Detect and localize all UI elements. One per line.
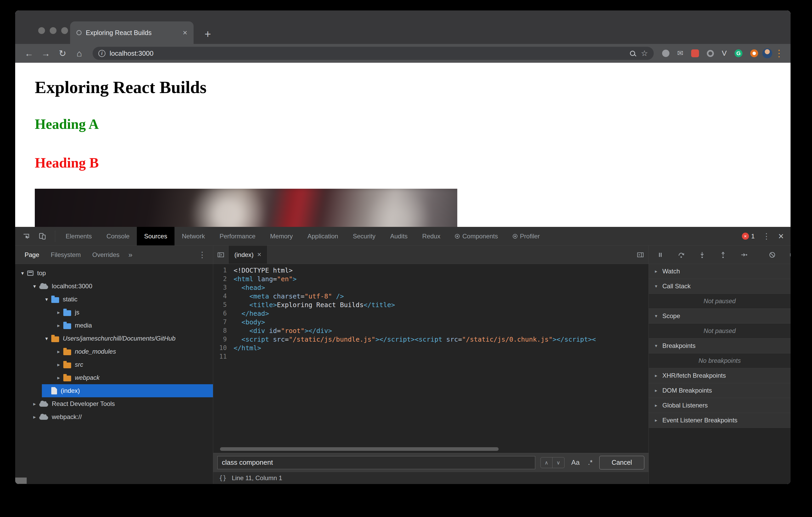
- expand-arrow-icon[interactable]: ▸: [54, 309, 63, 315]
- device-toolbar-icon[interactable]: [36, 230, 49, 243]
- close-window-button[interactable]: [38, 27, 45, 34]
- devtools-tab-components[interactable]: Components: [447, 227, 505, 245]
- toggle-debugger-icon[interactable]: [632, 246, 648, 264]
- expand-arrow-icon[interactable]: ▸: [54, 348, 63, 355]
- collapse-arrow-icon[interactable]: ▾: [42, 296, 51, 302]
- new-tab-button[interactable]: +: [205, 29, 211, 40]
- zoom-icon[interactable]: [630, 51, 635, 56]
- expand-arrow-icon[interactable]: ▸: [54, 374, 63, 381]
- tab-close-icon[interactable]: ×: [182, 29, 187, 37]
- extension-ring-icon[interactable]: [707, 50, 714, 57]
- collapse-arrow-icon[interactable]: ▾: [30, 283, 39, 290]
- line-number[interactable]: 8: [213, 327, 234, 335]
- devtools-tab-memory[interactable]: Memory: [263, 227, 300, 245]
- bookmark-star-icon[interactable]: ☆: [641, 50, 648, 57]
- section-call-stack[interactable]: ▾Call Stack: [649, 279, 790, 294]
- navigator-tab-overrides[interactable]: Overrides: [87, 246, 125, 264]
- back-icon[interactable]: ←: [22, 49, 37, 58]
- devtools-tab-network[interactable]: Network: [174, 227, 212, 245]
- line-number[interactable]: 10: [213, 344, 234, 352]
- section-event-listener-breakpoints[interactable]: ▸Event Listener Breakpoints: [649, 413, 790, 428]
- devtools-tab-audits[interactable]: Audits: [383, 227, 415, 245]
- section-scope[interactable]: ▾Scope: [649, 309, 790, 324]
- tree-item-static[interactable]: ▾static: [15, 293, 213, 306]
- line-number[interactable]: 11: [213, 352, 234, 361]
- format-braces-icon[interactable]: {}: [219, 475, 227, 482]
- toggle-navigator-icon[interactable]: [213, 246, 228, 264]
- resume-pause-button[interactable]: [654, 248, 667, 262]
- line-number[interactable]: 6: [213, 309, 234, 318]
- tree-item-users-jameschurchill-documents-github[interactable]: ▾Users/jameschurchill/Documents/GitHub: [15, 332, 213, 345]
- browser-tab[interactable]: Exploring React Builds ×: [70, 22, 194, 44]
- mail-icon[interactable]: ✉: [677, 50, 683, 57]
- step-button[interactable]: [737, 248, 751, 262]
- devtools-tab-application[interactable]: Application: [300, 227, 345, 245]
- devtools-tab-redux[interactable]: Redux: [415, 227, 447, 245]
- grammarly-icon[interactable]: G: [734, 50, 743, 57]
- editor-tab-close-icon[interactable]: ×: [257, 251, 261, 258]
- devtools-menu-icon[interactable]: ⋮: [762, 232, 771, 240]
- forward-icon[interactable]: →: [38, 49, 53, 58]
- error-badge[interactable]: × 1: [742, 233, 755, 240]
- regex-button[interactable]: .*: [586, 458, 594, 467]
- code-editor[interactable]: 1<!DOCTYPE html>2<html lang="en">3 <head…: [213, 264, 648, 453]
- line-number[interactable]: 3: [213, 283, 234, 292]
- tree-scrollbar-thumb[interactable]: [15, 478, 27, 484]
- line-number[interactable]: 2: [213, 275, 234, 283]
- tree-item-js[interactable]: ▸js: [15, 306, 213, 319]
- home-icon[interactable]: ⌂: [72, 49, 87, 58]
- editor-tab-index[interactable]: (index) ×: [228, 246, 267, 264]
- next-match-icon[interactable]: ∨: [552, 457, 564, 468]
- section-xhr-fetch-breakpoints[interactable]: ▸XHR/fetch Breakpoints: [649, 368, 790, 383]
- cancel-button[interactable]: Cancel: [599, 456, 644, 469]
- devtools-tab-console[interactable]: Console: [99, 227, 137, 245]
- tree-item-webpack[interactable]: ▸webpack: [15, 371, 213, 384]
- browser-menu-icon[interactable]: ⋮: [774, 49, 784, 58]
- devtools-tab-security[interactable]: Security: [346, 227, 383, 245]
- expand-arrow-icon[interactable]: ▸: [54, 322, 63, 329]
- step-out-button[interactable]: [716, 248, 730, 262]
- deactivate-breakpoints-button[interactable]: [765, 248, 779, 262]
- match-case-button[interactable]: Aa: [570, 458, 581, 467]
- devtools-tab-performance[interactable]: Performance: [212, 227, 263, 245]
- navigator-menu-icon[interactable]: ⋮: [198, 251, 209, 259]
- step-into-button[interactable]: [695, 248, 709, 262]
- devtools-tab-profiler[interactable]: Profiler: [505, 227, 547, 245]
- step-over-button[interactable]: [674, 248, 688, 262]
- tree-item-src[interactable]: ▸src: [15, 358, 213, 371]
- tree-item-localhost-3000[interactable]: ▾localhost:3000: [15, 280, 213, 293]
- expand-arrow-icon[interactable]: ▸: [30, 414, 39, 420]
- section-watch[interactable]: ▸Watch: [649, 264, 790, 279]
- url-bar[interactable]: i localhost:3000 ☆: [93, 47, 654, 60]
- line-number[interactable]: 7: [213, 318, 234, 327]
- inspect-element-icon[interactable]: [19, 230, 33, 243]
- zoom-window-button[interactable]: [61, 27, 68, 34]
- section-dom-breakpoints[interactable]: ▸DOM Breakpoints: [649, 383, 790, 398]
- collapse-arrow-icon[interactable]: ▾: [42, 335, 51, 342]
- site-info-icon[interactable]: i: [98, 50, 106, 57]
- line-number[interactable]: 9: [213, 335, 234, 344]
- more-tabs-icon[interactable]: »: [125, 251, 136, 259]
- section-breakpoints[interactable]: ▾Breakpoints: [649, 338, 790, 354]
- search-input[interactable]: [218, 456, 535, 469]
- reload-icon[interactable]: ↻: [55, 49, 70, 58]
- tree-item-top[interactable]: ▾top: [15, 267, 213, 280]
- expand-arrow-icon[interactable]: ▸: [54, 362, 63, 368]
- horizontal-scrollbar-thumb[interactable]: [220, 447, 499, 451]
- tree-item-react-developer-tools[interactable]: ▸React Developer Tools: [15, 397, 213, 410]
- line-number[interactable]: 5: [213, 301, 234, 309]
- pause-on-exceptions-button[interactable]: [786, 248, 790, 262]
- tree-item-media[interactable]: ▸media: [15, 319, 213, 332]
- profile-avatar[interactable]: [762, 48, 772, 58]
- tree-item-index[interactable]: (index): [15, 384, 213, 397]
- devtools-tab-elements[interactable]: Elements: [58, 227, 99, 245]
- section-global-listeners[interactable]: ▸Global Listeners: [649, 398, 790, 413]
- previous-match-icon[interactable]: ∧: [541, 457, 552, 468]
- collapse-arrow-icon[interactable]: ▾: [18, 270, 27, 276]
- minimize-window-button[interactable]: [50, 27, 57, 34]
- line-number[interactable]: 4: [213, 292, 234, 301]
- devtools-close-icon[interactable]: ×: [778, 232, 784, 241]
- expand-arrow-icon[interactable]: ▸: [30, 401, 39, 407]
- devtools-tab-sources[interactable]: Sources: [137, 227, 174, 245]
- extension-circle-icon[interactable]: [662, 50, 669, 57]
